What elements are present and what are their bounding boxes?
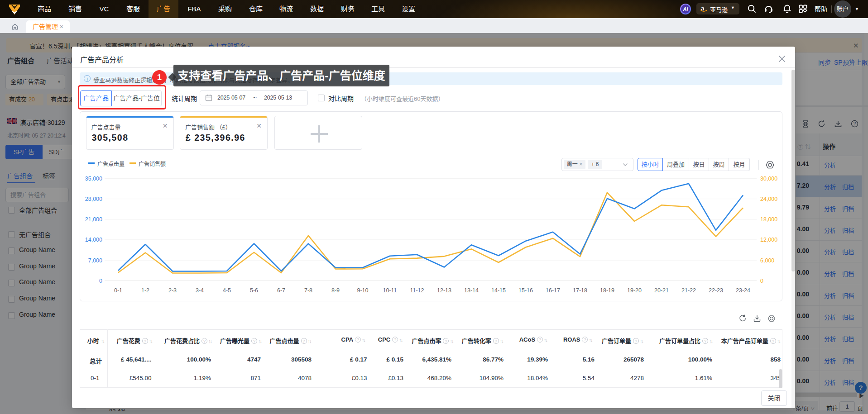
svg-text:3-4: 3-4 bbox=[196, 287, 204, 294]
svg-text:14-15: 14-15 bbox=[491, 287, 506, 294]
svg-text:10-11: 10-11 bbox=[383, 287, 397, 294]
svg-text:17-18: 17-18 bbox=[573, 287, 587, 294]
svg-text:28,000: 28,000 bbox=[85, 196, 102, 202]
svg-text:0-1: 0-1 bbox=[114, 287, 122, 294]
svg-text:35,000: 35,000 bbox=[85, 176, 102, 182]
svg-text:16-17: 16-17 bbox=[546, 287, 560, 294]
svg-text:19-20: 19-20 bbox=[627, 287, 642, 294]
svg-text:30,000: 30,000 bbox=[760, 176, 777, 182]
svg-text:23-24: 23-24 bbox=[736, 287, 750, 294]
svg-text:14,000: 14,000 bbox=[85, 237, 102, 243]
svg-text:6,000: 6,000 bbox=[760, 257, 774, 264]
svg-text:15-16: 15-16 bbox=[518, 287, 533, 294]
svg-text:9-10: 9-10 bbox=[357, 287, 368, 294]
svg-text:24,000: 24,000 bbox=[760, 196, 777, 202]
svg-text:2-3: 2-3 bbox=[168, 287, 177, 294]
svg-text:5-6: 5-6 bbox=[250, 287, 258, 294]
svg-text:1-2: 1-2 bbox=[141, 287, 149, 294]
svg-text:18,000: 18,000 bbox=[760, 216, 777, 223]
svg-text:7,000: 7,000 bbox=[88, 257, 102, 264]
svg-text:21,000: 21,000 bbox=[85, 216, 102, 223]
svg-text:4-5: 4-5 bbox=[223, 287, 231, 294]
svg-text:20-21: 20-21 bbox=[654, 287, 669, 294]
svg-text:13-14: 13-14 bbox=[464, 287, 479, 294]
svg-text:7-8: 7-8 bbox=[304, 287, 312, 294]
svg-text:6-7: 6-7 bbox=[277, 287, 285, 294]
svg-text:12,000: 12,000 bbox=[760, 237, 777, 243]
svg-text:12-13: 12-13 bbox=[437, 287, 451, 294]
svg-text:21-22: 21-22 bbox=[681, 287, 696, 294]
svg-text:0: 0 bbox=[760, 278, 763, 284]
svg-text:22-23: 22-23 bbox=[709, 287, 723, 294]
svg-text:18-19: 18-19 bbox=[600, 287, 614, 294]
svg-text:11-12: 11-12 bbox=[410, 287, 424, 294]
svg-text:0: 0 bbox=[99, 278, 102, 284]
svg-text:8-9: 8-9 bbox=[331, 287, 340, 294]
